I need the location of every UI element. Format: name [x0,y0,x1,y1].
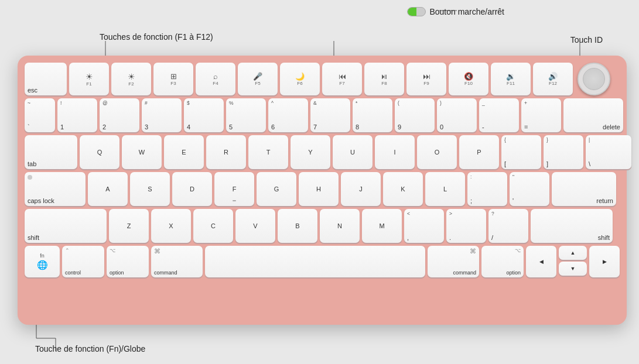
key-u[interactable]: U [333,135,373,169]
key-n[interactable]: N [320,209,360,243]
key-e[interactable]: E [164,135,204,169]
key-arrow-left[interactable]: ◀ [526,246,556,277]
key-0-top: ) [440,100,442,106]
touch-id-sensor [583,68,605,90]
key-5-top: % [229,100,234,106]
key-command-left[interactable]: ⌘ command [151,246,203,277]
key-arrow-up[interactable]: ▲ [559,246,587,260]
arrow-up-down-group: ▲ ▼ [559,246,587,277]
key-s[interactable]: S [130,172,170,206]
key-minus-top: _ [482,100,485,106]
key-f9[interactable]: ⏭ F9 [406,63,446,95]
key-apostrophe[interactable]: " ' [510,172,549,206]
key-7[interactable]: & 7 [310,98,350,132]
key-z[interactable]: Z [109,209,149,243]
key-4-main: 4 [187,123,190,131]
key-f7-label: F7 [339,81,344,86]
key-4[interactable]: $ 4 [184,98,224,132]
key-f10[interactable]: 🔇 F10 [449,63,488,95]
key-f[interactable]: F [214,172,254,206]
key-2-top: @ [102,100,108,106]
key-f8[interactable]: ⏯ F8 [364,63,404,95]
key-f7-icon: ⏮ [339,72,346,81]
key-f11[interactable]: 🔉 F11 [491,63,531,95]
key-minus[interactable]: _ - [479,98,519,132]
key-r[interactable]: R [206,135,246,169]
key-period[interactable]: > . [446,209,486,243]
key-l[interactable]: L [425,172,465,206]
key-g[interactable]: G [257,172,296,206]
key-slash[interactable]: ? / [488,209,528,243]
key-equals[interactable]: + = [521,98,561,132]
key-f4[interactable]: ⌕ F4 [196,63,235,95]
key-esc-label: esc [28,87,37,94]
key-shift-left[interactable]: shift [25,209,107,243]
key-open-bracket[interactable]: { [ [501,135,541,169]
key-q[interactable]: Q [80,135,119,169]
key-o[interactable]: O [417,135,457,169]
key-control[interactable]: ⌃ control [62,246,104,277]
key-p[interactable]: P [459,135,499,169]
key-d[interactable]: D [172,172,212,206]
key-9[interactable]: ( 9 [395,98,435,132]
key-h[interactable]: H [299,172,339,206]
key-command-right[interactable]: ⌘ command [428,246,479,277]
power-toggle-icon [407,7,426,16]
key-6[interactable]: ^ 6 [268,98,308,132]
key-8-main: 8 [356,123,359,131]
key-2[interactable]: @ 2 [100,98,139,132]
key-space[interactable] [205,246,425,277]
key-shift-right[interactable]: shift [531,209,613,243]
key-f2[interactable]: ☀ F2 [111,63,151,95]
key-i[interactable]: I [375,135,415,169]
asdf-row: caps lock A S D F G H J K L : ; [25,172,620,206]
key-close-bracket[interactable]: } ] [544,135,583,169]
key-shift-right-label: shift [598,234,610,241]
key-3[interactable]: # 3 [142,98,182,132]
key-x[interactable]: X [151,209,191,243]
key-backslash[interactable]: | \ [586,135,631,169]
key-f7[interactable]: ⏮ F7 [322,63,362,95]
key-comma[interactable]: < , [404,209,444,243]
key-f3-label: F3 [170,81,176,86]
key-y[interactable]: Y [291,135,330,169]
key-3-main: 3 [145,123,148,131]
key-v[interactable]: V [235,209,275,243]
key-f1[interactable]: ☀ F1 [69,63,109,95]
key-1[interactable]: ! 1 [57,98,97,132]
key-t[interactable]: T [248,135,288,169]
key-touch-id[interactable] [578,63,610,95]
arrow-key-group: ◀ ▲ ▼ ▶ [526,246,620,277]
key-command-right-symbol: ⌘ [470,248,476,255]
key-esc[interactable]: esc [25,63,67,95]
key-5[interactable]: % 5 [226,98,266,132]
key-a[interactable]: A [88,172,128,206]
key-f5[interactable]: 🎤 F5 [238,63,278,95]
key-semicolon[interactable]: : ; [467,172,507,206]
key-9-main: 9 [398,123,401,131]
key-w[interactable]: W [122,135,162,169]
key-fn-globe[interactable]: fn 🌐 [25,246,60,277]
key-option-left[interactable]: ⌥ option [107,246,149,277]
key-return[interactable]: return [552,172,616,206]
key-f3[interactable]: ⊞ F3 [153,63,193,95]
key-b[interactable]: B [278,209,317,243]
key-f6[interactable]: 🌙 F6 [280,63,320,95]
key-tab[interactable]: tab [25,135,77,169]
key-option-right-symbol: ⌥ [515,248,521,253]
key-caps-lock[interactable]: caps lock [25,172,86,206]
key-0[interactable]: ) 0 [437,98,477,132]
key-arrow-right[interactable]: ▶ [589,246,620,277]
key-m[interactable]: M [362,209,402,243]
key-backtick[interactable]: ~ ` [25,98,55,132]
bottom-row: fn 🌐 ⌃ control ⌥ option ⌘ command [25,246,620,277]
key-c[interactable]: C [193,209,233,243]
key-arrow-down[interactable]: ▼ [559,262,587,276]
key-k[interactable]: K [383,172,423,206]
scene: Bouton marche/arrêt Touch ID Touches de … [0,0,639,364]
key-f12[interactable]: 🔊 F12 [533,63,573,95]
key-option-right[interactable]: ⌥ option [481,246,524,277]
key-delete[interactable]: delete [563,98,623,132]
key-8[interactable]: * 8 [353,98,392,132]
key-j[interactable]: J [341,172,381,206]
